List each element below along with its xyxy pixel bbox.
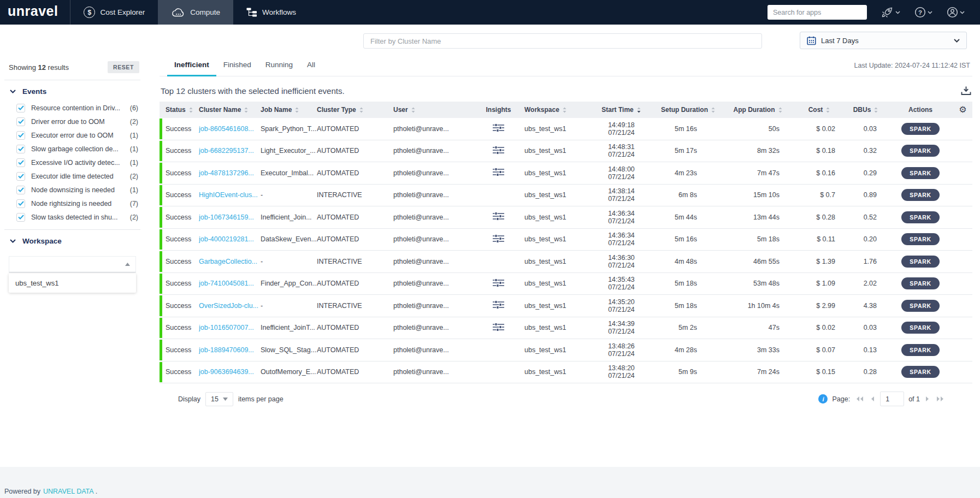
insights-icon[interactable] bbox=[493, 146, 504, 155]
column-header-cluster-name[interactable]: Cluster Name bbox=[199, 106, 261, 114]
insights-icon[interactable] bbox=[493, 212, 504, 221]
next-page-button[interactable] bbox=[924, 395, 931, 403]
insights-icon[interactable] bbox=[493, 278, 504, 287]
insights-icon[interactable] bbox=[493, 123, 504, 132]
spark-action-button[interactable]: SPARK bbox=[901, 211, 939, 223]
column-header-workspace[interactable]: Workspace bbox=[524, 106, 587, 114]
sort-icon[interactable] bbox=[562, 106, 567, 114]
insights-icon[interactable] bbox=[493, 300, 504, 309]
cluster-name-link[interactable]: job-1889470609... bbox=[199, 346, 254, 354]
cluster-name-link[interactable]: job-9063694639... bbox=[199, 368, 254, 376]
spark-action-button[interactable]: SPARK bbox=[901, 322, 939, 334]
spark-action-button[interactable]: SPARK bbox=[901, 189, 939, 201]
event-checkbox[interactable] bbox=[16, 158, 25, 167]
gear-icon[interactable]: ⚙ bbox=[959, 105, 966, 114]
sort-icon[interactable] bbox=[244, 106, 249, 114]
table-row[interactable]: Success HighIOEvent-clus... - INTERACTIV… bbox=[160, 185, 972, 207]
column-header-cluster-type[interactable]: Cluster Type bbox=[317, 106, 393, 114]
sort-icon[interactable] bbox=[873, 106, 878, 114]
spark-action-button[interactable]: SPARK bbox=[901, 344, 939, 356]
sort-icon[interactable] bbox=[711, 106, 716, 114]
workspace-section-header[interactable]: Workspace bbox=[0, 230, 145, 251]
event-checkbox[interactable] bbox=[16, 199, 25, 208]
cluster-name-link[interactable]: job-1067346159... bbox=[199, 214, 254, 221]
nav-item-compute[interactable]: Compute bbox=[158, 0, 233, 25]
table-row[interactable]: Success job-7410045081... Finder_App_Con… bbox=[160, 273, 972, 295]
column-header-setup-duration[interactable]: Setup Duration bbox=[656, 106, 721, 114]
column-header-status[interactable]: Status bbox=[160, 106, 199, 114]
cluster-name-link[interactable]: job-4878137296... bbox=[199, 169, 254, 177]
cluster-name-link[interactable]: job-1016507007... bbox=[199, 324, 254, 331]
column-header-start-time[interactable]: Start Time bbox=[587, 106, 656, 114]
cluster-name-link[interactable]: GarbageCollectio... bbox=[199, 258, 257, 265]
cluster-name-link[interactable]: job-6682295137... bbox=[199, 147, 254, 155]
help-menu[interactable]: ? bbox=[914, 7, 932, 18]
cluster-name-link[interactable]: job-7410045081... bbox=[199, 280, 254, 287]
apps-launcher-menu[interactable] bbox=[881, 7, 900, 18]
page-size-select[interactable]: 15 bbox=[205, 392, 233, 406]
spark-action-button[interactable]: SPARK bbox=[901, 300, 939, 312]
cluster-name-link[interactable]: job-8605461608... bbox=[199, 125, 254, 133]
column-header-cost[interactable]: Cost bbox=[795, 106, 844, 114]
event-checkbox[interactable] bbox=[16, 117, 25, 126]
sort-icon[interactable] bbox=[294, 106, 299, 114]
sort-icon[interactable] bbox=[636, 106, 641, 114]
spark-action-button[interactable]: SPARK bbox=[901, 167, 939, 179]
table-row[interactable]: Success job-1067346159... Inefficient_Jo… bbox=[160, 206, 972, 229]
event-checkbox[interactable] bbox=[16, 213, 25, 222]
sort-icon[interactable] bbox=[411, 106, 416, 114]
download-icon[interactable] bbox=[961, 86, 971, 96]
column-header-app-duration[interactable]: App Duration bbox=[721, 106, 795, 114]
event-checkbox[interactable] bbox=[16, 131, 25, 140]
cluster-name-link[interactable]: HighIOEvent-clus... bbox=[199, 191, 258, 199]
event-checkbox[interactable] bbox=[16, 145, 25, 153]
table-row[interactable]: Success job-1016507007... Inefficient_Jo… bbox=[160, 317, 972, 340]
page-number-input[interactable] bbox=[880, 392, 904, 406]
last-page-button[interactable] bbox=[935, 395, 946, 403]
workspace-select[interactable] bbox=[9, 256, 136, 272]
column-settings[interactable]: ⚙ bbox=[953, 105, 972, 114]
previous-page-button[interactable] bbox=[869, 395, 876, 403]
spark-action-button[interactable]: SPARK bbox=[901, 256, 939, 268]
sort-icon[interactable] bbox=[778, 106, 783, 114]
unravel-data-link[interactable]: UNRAVEL DATA bbox=[43, 488, 94, 495]
spark-action-button[interactable]: SPARK bbox=[901, 366, 939, 378]
event-checkbox[interactable] bbox=[16, 186, 25, 194]
first-page-button[interactable] bbox=[854, 395, 865, 403]
cluster-name-link[interactable]: OverSizedJob-clu... bbox=[199, 302, 258, 310]
column-header-dbus[interactable]: DBUs bbox=[844, 106, 888, 114]
table-row[interactable]: Success GarbageCollectio... - INTERACTIV… bbox=[160, 251, 972, 273]
tab[interactable]: Running bbox=[258, 55, 300, 76]
table-row[interactable]: Success job-1889470609... Slow_SQL_Stag.… bbox=[160, 339, 972, 361]
tab[interactable]: All bbox=[300, 55, 322, 76]
events-section-header[interactable]: Events bbox=[0, 80, 145, 101]
user-menu[interactable] bbox=[947, 7, 965, 18]
table-row[interactable]: Success OverSizedJob-clu... - INTERACTIV… bbox=[160, 295, 972, 317]
insights-icon[interactable] bbox=[493, 168, 504, 176]
insights-icon[interactable] bbox=[493, 234, 504, 243]
cluster-name-link[interactable]: job-4000219281... bbox=[199, 235, 254, 243]
event-checkbox[interactable] bbox=[16, 104, 25, 112]
table-row[interactable]: Success job-9063694639... OutofMemory_E.… bbox=[160, 361, 972, 384]
tab[interactable]: Inefficient bbox=[167, 55, 216, 76]
table-row[interactable]: Success job-4878137296... Executor_Imbal… bbox=[160, 162, 972, 185]
date-range-select[interactable]: Last 7 Days bbox=[800, 32, 967, 49]
cluster-filter-input[interactable] bbox=[363, 33, 762, 49]
workspace-option[interactable]: ubs_test_ws1 bbox=[9, 274, 136, 293]
table-row[interactable]: Success job-6682295137... Light_Executor… bbox=[160, 140, 972, 163]
search-input[interactable] bbox=[768, 5, 867, 20]
column-header-job-name[interactable]: Job Name bbox=[261, 106, 317, 114]
sort-icon[interactable] bbox=[359, 106, 364, 114]
nav-item-cost-explorer[interactable]: $ Cost Explorer bbox=[70, 0, 158, 25]
sort-icon[interactable] bbox=[825, 106, 830, 114]
column-header-user[interactable]: User bbox=[393, 106, 473, 114]
spark-action-button[interactable]: SPARK bbox=[901, 123, 939, 135]
spark-action-button[interactable]: SPARK bbox=[901, 145, 939, 157]
tab[interactable]: Finished bbox=[216, 55, 258, 76]
table-row[interactable]: Success job-4000219281... DataSkew_Even.… bbox=[160, 229, 972, 251]
sort-icon[interactable] bbox=[188, 106, 193, 114]
nav-item-workflows[interactable]: Workflows bbox=[233, 0, 309, 25]
event-checkbox[interactable] bbox=[16, 172, 25, 181]
insights-icon[interactable] bbox=[493, 323, 504, 331]
reset-button[interactable]: RESET bbox=[108, 61, 139, 73]
